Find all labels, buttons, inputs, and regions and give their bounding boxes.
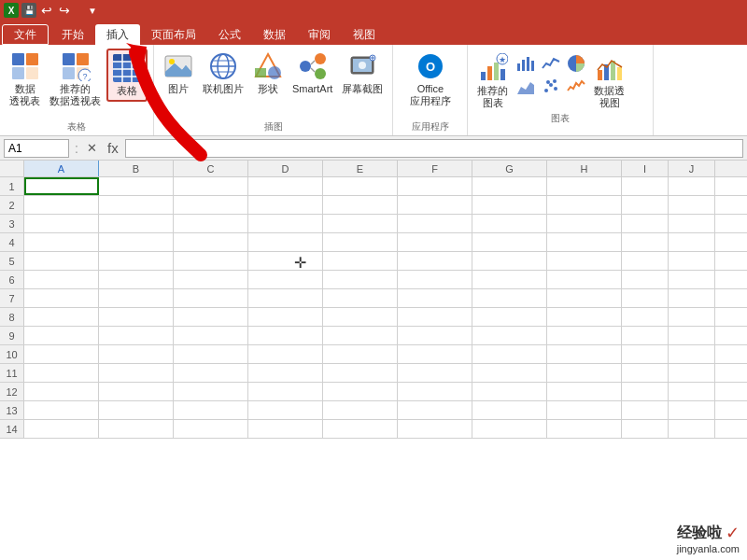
- cell-b13[interactable]: [99, 401, 174, 419]
- btn-area-chart[interactable]: [514, 76, 538, 98]
- cell-j6[interactable]: [669, 271, 715, 288]
- cell-e5[interactable]: [323, 252, 398, 270]
- cell-j4[interactable]: [669, 233, 715, 251]
- col-header-c[interactable]: C: [174, 161, 248, 176]
- cell-j9[interactable]: [669, 327, 715, 344]
- cell-d14[interactable]: [248, 420, 323, 438]
- col-header-b[interactable]: B: [99, 161, 174, 176]
- row-header-11[interactable]: 11: [0, 364, 24, 382]
- cell-c14[interactable]: [174, 420, 248, 438]
- cell-c12[interactable]: [174, 383, 248, 400]
- cell-b1[interactable]: [99, 177, 174, 195]
- cell-i1[interactable]: [622, 177, 669, 195]
- cell-e10[interactable]: [323, 345, 398, 363]
- cell-d10[interactable]: [248, 345, 323, 363]
- cell-c6[interactable]: [174, 271, 248, 288]
- cell-b8[interactable]: [99, 308, 174, 326]
- cell-j8[interactable]: [669, 308, 715, 326]
- cell-e14[interactable]: [323, 420, 398, 438]
- cell-h14[interactable]: [547, 420, 622, 438]
- cell-d4[interactable]: [248, 233, 323, 251]
- cell-h5[interactable]: [547, 252, 622, 270]
- btn-recommended-charts[interactable]: ★ 推荐的图表: [473, 50, 512, 112]
- cell-g10[interactable]: [472, 345, 547, 363]
- cell-a2[interactable]: [24, 196, 99, 214]
- cell-h13[interactable]: [547, 401, 622, 419]
- cell-a3[interactable]: [24, 215, 99, 232]
- cell-b2[interactable]: [99, 196, 174, 214]
- cell-c2[interactable]: [174, 196, 248, 214]
- cell-i3[interactable]: [622, 215, 669, 232]
- cell-b12[interactable]: [99, 383, 174, 400]
- cell-g9[interactable]: [472, 327, 547, 344]
- cell-c13[interactable]: [174, 401, 248, 419]
- cell-b5[interactable]: [99, 252, 174, 270]
- cell-f8[interactable]: [398, 308, 472, 326]
- cell-e8[interactable]: [323, 308, 398, 326]
- cell-h3[interactable]: [547, 215, 622, 232]
- cell-d11[interactable]: [248, 364, 323, 382]
- cell-a1[interactable]: [24, 177, 99, 195]
- btn-pie-chart[interactable]: [564, 52, 588, 75]
- cell-reference[interactable]: A1: [4, 139, 69, 158]
- col-header-a[interactable]: A: [24, 161, 99, 176]
- cell-h6[interactable]: [547, 271, 622, 288]
- cell-f12[interactable]: [398, 383, 472, 400]
- cell-c4[interactable]: [174, 233, 248, 251]
- cell-g14[interactable]: [472, 420, 547, 438]
- cell-h8[interactable]: [547, 308, 622, 326]
- cell-i11[interactable]: [622, 364, 669, 382]
- col-header-e[interactable]: E: [323, 161, 398, 176]
- cell-g1[interactable]: [472, 177, 547, 195]
- btn-screenshot[interactable]: 屏幕截图: [338, 49, 387, 98]
- cell-a9[interactable]: [24, 327, 99, 344]
- btn-shapes[interactable]: 形状: [249, 49, 287, 98]
- btn-pivot-table[interactable]: 数据透视表: [6, 49, 44, 110]
- cell-e6[interactable]: [323, 271, 398, 288]
- btn-scatter-chart[interactable]: [539, 76, 563, 98]
- cell-d8[interactable]: [248, 308, 323, 326]
- cell-f5[interactable]: [398, 252, 472, 270]
- row-header-10[interactable]: 10: [0, 345, 24, 363]
- btn-pivot-chart[interactable]: 数据透视图: [590, 50, 628, 112]
- cell-a14[interactable]: [24, 420, 99, 438]
- cell-h10[interactable]: [547, 345, 622, 363]
- cell-d6[interactable]: [248, 271, 323, 288]
- cell-b4[interactable]: [99, 233, 174, 251]
- undo-icon[interactable]: ↩: [39, 3, 54, 18]
- redo-icon[interactable]: ↪: [57, 3, 72, 18]
- cell-g2[interactable]: [472, 196, 547, 214]
- cell-c3[interactable]: [174, 215, 248, 232]
- formula-input[interactable]: [125, 139, 743, 158]
- cell-e4[interactable]: [323, 233, 398, 251]
- cell-j11[interactable]: [669, 364, 715, 382]
- row-header-1[interactable]: 1: [0, 177, 24, 195]
- dropdown-icon[interactable]: ▼: [85, 3, 100, 18]
- cell-a6[interactable]: [24, 271, 99, 288]
- cell-b11[interactable]: [99, 364, 174, 382]
- cell-a12[interactable]: [24, 383, 99, 400]
- cell-d7[interactable]: [248, 289, 323, 307]
- cell-f4[interactable]: [398, 233, 472, 251]
- btn-smartart[interactable]: SmartArt: [289, 49, 336, 98]
- cell-h7[interactable]: [547, 289, 622, 307]
- cell-c9[interactable]: [174, 327, 248, 344]
- cell-b6[interactable]: [99, 271, 174, 288]
- cell-j7[interactable]: [669, 289, 715, 307]
- cell-b3[interactable]: [99, 215, 174, 232]
- row-header-13[interactable]: 13: [0, 401, 24, 419]
- btn-recommended-pivot[interactable]: ? 推荐的数据透视表: [46, 49, 105, 110]
- cancel-formula-icon[interactable]: ✕: [84, 141, 101, 155]
- cell-h4[interactable]: [547, 233, 622, 251]
- cell-b10[interactable]: [99, 345, 174, 363]
- col-header-d[interactable]: D: [248, 161, 323, 176]
- row-header-7[interactable]: 7: [0, 289, 24, 307]
- cell-j3[interactable]: [669, 215, 715, 232]
- cell-e1[interactable]: [323, 177, 398, 195]
- cell-j10[interactable]: [669, 345, 715, 363]
- cell-i12[interactable]: [622, 383, 669, 400]
- cell-b14[interactable]: [99, 420, 174, 438]
- cell-g11[interactable]: [472, 364, 547, 382]
- row-header-5[interactable]: 5: [0, 252, 24, 270]
- cell-e9[interactable]: [323, 327, 398, 344]
